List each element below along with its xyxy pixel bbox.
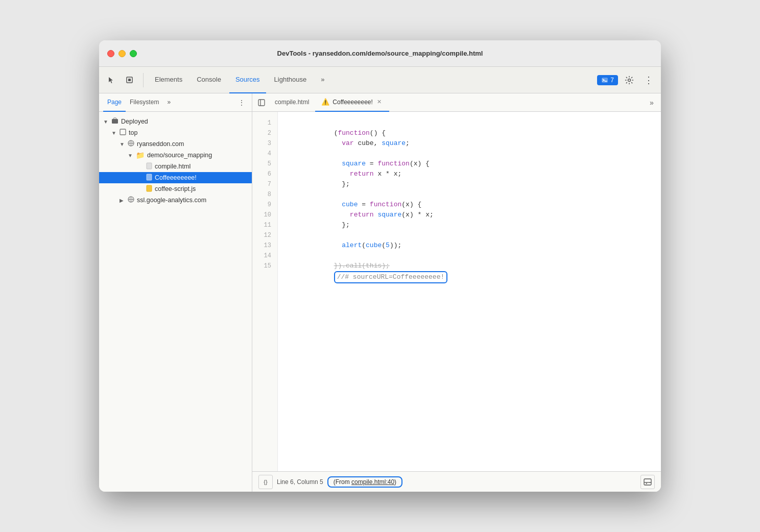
main-toolbar: Elements Console Sources Lighthouse » 7: [99, 67, 661, 93]
code-content[interactable]: (function() { var cube, square; square =…: [278, 112, 661, 471]
line-num-1: 1: [252, 118, 277, 128]
status-bar: {} Line 6, Column 5 (From compile.html:4…: [252, 471, 661, 492]
devtools-window: DevTools - ryanseddon.com/demo/source_ma…: [99, 40, 661, 492]
file-js-icon: [146, 185, 152, 194]
line-num-15: 15: [252, 261, 277, 271]
tree-label-compile-html: compile.html: [155, 163, 191, 170]
svg-rect-9: [147, 185, 152, 191]
sidebar-tab-more[interactable]: »: [163, 93, 175, 112]
tab-console[interactable]: Console: [191, 67, 227, 93]
code-panel: compile.html ⚠️ Coffeeeeeeee! ✕ » 1 2 3 …: [252, 93, 661, 492]
traffic-lights: [107, 50, 137, 57]
file-tree: ▼ Deployed ▼ top ▼: [99, 112, 252, 492]
tree-arrow-ryanseddon: ▼: [120, 141, 126, 147]
settings-icon-btn[interactable]: [621, 72, 637, 88]
folder-icon: 📁: [136, 151, 145, 159]
tree-label-coffee-script: coffee-script.js: [155, 185, 196, 192]
svg-rect-5: [120, 129, 126, 135]
svg-rect-8: [147, 174, 152, 180]
tree-arrow-demo: ▼: [128, 153, 134, 158]
tab-elements[interactable]: Elements: [149, 67, 188, 93]
console-drawer-icon: [644, 478, 652, 486]
console-drawer-btn[interactable]: [640, 475, 655, 489]
sidebar-tab-page[interactable]: Page: [103, 93, 126, 112]
panel-icon: [258, 99, 265, 106]
tree-arrow-deployed: ▼: [103, 119, 109, 125]
maximize-button[interactable]: [130, 50, 137, 57]
sidebar-tab-filesystem[interactable]: Filesystem: [126, 93, 163, 112]
console-badge-btn[interactable]: 7: [597, 75, 618, 85]
sidebar: Page Filesystem » ⋮ ▼ Deployed: [99, 93, 252, 492]
cursor-icon: [107, 76, 115, 84]
tree-arrow-top: ▼: [111, 130, 117, 136]
tree-item-coffee-script[interactable]: coffee-script.js: [99, 183, 252, 195]
sidebar-more-options[interactable]: ⋮: [235, 96, 248, 109]
svg-rect-11: [258, 100, 265, 106]
svg-rect-1: [128, 79, 131, 81]
minimize-button[interactable]: [118, 50, 126, 57]
line-num-3: 3: [252, 138, 277, 149]
sidebar-toggle-btn[interactable]: [254, 95, 269, 110]
tree-item-coffeeeeeeee[interactable]: Coffeeeeeeee!: [99, 172, 252, 183]
tabs-more-btn[interactable]: »: [645, 95, 659, 110]
line-num-4: 4: [252, 149, 277, 159]
line-num-2: 2: [252, 128, 277, 138]
tree-item-ssl-google[interactable]: ▶ ssl.google-analytics.com: [99, 195, 252, 206]
settings-icon: [625, 76, 634, 85]
tab-sources[interactable]: Sources: [229, 67, 266, 93]
code-line-14: }).call(this);: [286, 251, 653, 261]
svg-rect-4: [112, 119, 118, 124]
tree-item-deployed[interactable]: ▼ Deployed: [99, 116, 252, 127]
tree-label-ssl-google: ssl.google-analytics.com: [137, 197, 206, 204]
cursor-icon-btn[interactable]: [103, 72, 120, 88]
code-line-12: alert(cube(5));: [286, 230, 653, 240]
main-content: Page Filesystem » ⋮ ▼ Deployed: [99, 93, 661, 492]
tree-item-demo-folder[interactable]: ▼ 📁 demo/source_mapping: [99, 150, 252, 161]
close-button[interactable]: [107, 50, 114, 57]
toolbar-divider-1: [143, 73, 144, 87]
window-title: DevTools - ryanseddon.com/demo/source_ma…: [277, 50, 483, 57]
code-line-1: (function() {: [286, 118, 653, 128]
svg-point-3: [628, 79, 631, 81]
code-line-8: cube = function(x) {: [286, 189, 653, 200]
line-num-12: 12: [252, 230, 277, 240]
deployed-icon: [111, 117, 118, 126]
line-num-5: 5: [252, 159, 277, 169]
line-num-6: 6: [252, 169, 277, 179]
tree-label-demo: demo/source_mapping: [147, 152, 212, 159]
tree-label-coffeeeeeeee: Coffeeeeeeee!: [155, 174, 197, 181]
sidebar-tabs: Page Filesystem » ⋮: [99, 93, 252, 112]
tree-arrow-ssl: ▶: [120, 198, 126, 203]
warning-icon: ⚠️: [321, 98, 329, 106]
more-options-btn[interactable]: ⋮: [640, 72, 657, 88]
svg-rect-12: [644, 479, 651, 485]
code-tabs: compile.html ⚠️ Coffeeeeeeee! ✕ »: [252, 93, 661, 112]
inspect-icon-btn[interactable]: [122, 72, 138, 88]
tree-label-deployed: Deployed: [121, 118, 148, 125]
line-num-10: 10: [252, 210, 277, 220]
tab-lighthouse[interactable]: Lighthouse: [268, 67, 313, 93]
code-tab-compile-html[interactable]: compile.html: [269, 93, 315, 112]
tree-item-compile-html[interactable]: compile.html: [99, 161, 252, 172]
status-source-link[interactable]: (From compile.html:40): [327, 476, 402, 488]
tree-label-top: top: [129, 129, 137, 136]
line-num-13: 13: [252, 240, 277, 251]
tree-item-top[interactable]: ▼ top: [99, 127, 252, 138]
code-tab-coffeeeeeeee[interactable]: ⚠️ Coffeeeeeeee! ✕: [315, 93, 389, 112]
status-location: Line 6, Column 5: [277, 478, 323, 486]
tab-more[interactable]: »: [315, 67, 330, 93]
line-num-14: 14: [252, 251, 277, 261]
tab-close-btn[interactable]: ✕: [376, 99, 383, 106]
code-area: 1 2 3 4 5 6 7 8 9 10 11 12 13 14 15: [252, 112, 661, 471]
format-btn[interactable]: {}: [258, 475, 273, 489]
domain-ssl-icon: [128, 196, 134, 204]
file-coffee-icon: [146, 174, 152, 182]
line-num-8: 8: [252, 189, 277, 200]
code-line-4: square = function(x) {: [286, 149, 653, 159]
line-num-7: 7: [252, 179, 277, 189]
console-icon: [601, 77, 608, 84]
line-numbers: 1 2 3 4 5 6 7 8 9 10 11 12 13 14 15: [252, 112, 278, 471]
domain-icon: [128, 140, 134, 148]
tree-label-ryanseddon: ryanseddon.com: [137, 140, 184, 148]
tree-item-ryanseddon[interactable]: ▼ ryanseddon.com: [99, 138, 252, 150]
